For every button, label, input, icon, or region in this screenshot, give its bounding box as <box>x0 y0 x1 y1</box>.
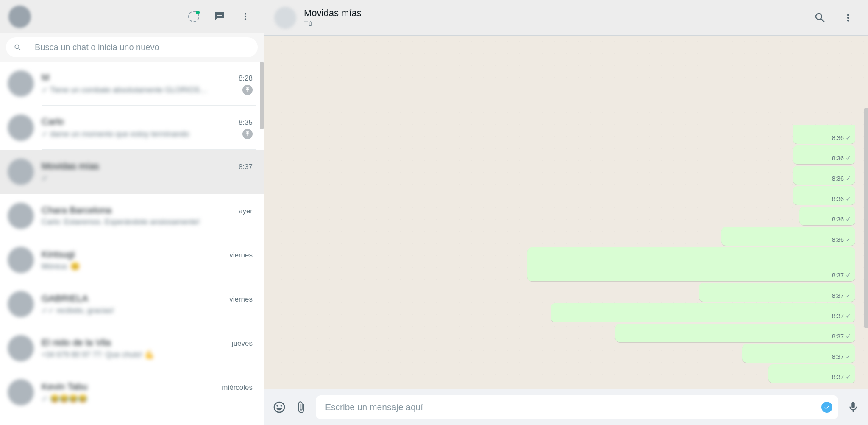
scrollbar[interactable] <box>260 62 264 129</box>
check-icon: ✓ <box>846 236 851 243</box>
message-time: 8:37 <box>832 292 844 299</box>
chat-preview: Mónica: 😊 <box>42 262 80 271</box>
chat-time: ayer <box>239 207 253 215</box>
chat-time: viernes <box>229 295 253 304</box>
message-time: 8:36 <box>832 236 844 243</box>
check-icon: ✓ <box>846 216 851 223</box>
messages-pane[interactable]: 8:36✓8:36✓8:36✓8:36✓8:36✓8:36✓8:37✓8:37✓… <box>264 36 868 389</box>
chat-item[interactable]: M8:28✓ Tiene un combate absolutamente GL… <box>0 62 264 106</box>
chat-time: 8:28 <box>239 74 253 83</box>
pin-icon <box>242 129 253 139</box>
chat-avatar <box>8 115 34 141</box>
message-bubble[interactable]: 8:37✓ <box>615 324 855 342</box>
compose-input-wrap[interactable] <box>316 395 838 419</box>
message-time: 8:37 <box>832 272 844 279</box>
message-bubble[interactable]: 8:36✓ <box>721 227 855 246</box>
message-bubble[interactable]: 8:36✓ <box>793 125 855 144</box>
chat-preview: ✓✓ recibido, gracias! <box>42 306 114 315</box>
chat-time: 8:37 <box>239 163 253 171</box>
emoji-icon[interactable] <box>273 400 286 414</box>
chat-avatar <box>8 159 34 185</box>
chat-item[interactable]: KintsugiviernesMónica: 😊 <box>0 238 264 282</box>
chat-item[interactable]: Carlo8:35✓ dame un momento que estoy ter… <box>0 106 264 150</box>
search-input[interactable] <box>35 42 250 52</box>
message-bubble[interactable]: 8:37✓ <box>768 364 855 383</box>
check-icon: ✓ <box>846 134 851 141</box>
chat-time: miércoles <box>222 383 253 392</box>
chat-time: 8:35 <box>239 118 253 127</box>
chat-avatar <box>8 70 34 97</box>
chat-avatar <box>8 335 34 361</box>
message-time: 8:37 <box>832 374 844 380</box>
pin-icon <box>242 85 253 95</box>
chat-preview: ✓ 😂😂😂😂 <box>42 394 87 403</box>
send-status-icon[interactable] <box>821 402 832 413</box>
check-icon: ✓ <box>846 175 851 182</box>
check-icon: ✓ <box>846 272 851 279</box>
message-bubble[interactable]: 8:36✓ <box>793 166 855 185</box>
message-time: 8:37 <box>832 333 844 340</box>
message-bubble[interactable]: 8:37✓ <box>527 247 855 281</box>
search-box[interactable] <box>6 37 258 57</box>
check-icon: ✓ <box>846 333 851 340</box>
chat-preview: ✓ dame un momento que estoy terminando <box>42 129 189 139</box>
message-time: 8:36 <box>832 175 844 182</box>
menu-icon[interactable] <box>240 11 251 22</box>
chat-preview: +34 679 80 97 77: Que chulo! 💪 <box>42 350 154 359</box>
search-in-chat-icon[interactable] <box>814 11 826 24</box>
chat-list[interactable]: M8:28✓ Tiene un combate absolutamente GL… <box>0 62 264 425</box>
chat-name: Chara Barcelona <box>42 205 111 216</box>
message-bubble[interactable]: 8:36✓ <box>793 145 855 164</box>
check-icon: ✓ <box>846 292 851 299</box>
chat-name: Kevin Tabu <box>42 381 87 392</box>
chat-time: jueves <box>232 339 253 348</box>
chat-item[interactable]: Movidas mías8:37✓ <box>0 150 264 194</box>
chat-name: M <box>42 72 49 83</box>
conversation-subtitle: Tú <box>304 20 362 28</box>
chat-item[interactable]: El nido de la Vilajueves+34 679 80 97 77… <box>0 326 264 370</box>
conversation-menu-icon[interactable] <box>843 11 854 24</box>
status-icon[interactable] <box>188 11 199 22</box>
chat-preview: ✓ <box>42 173 48 183</box>
search-icon <box>14 43 22 52</box>
chat-item[interactable]: GABRIELAviernes✓✓ recibido, gracias! <box>0 282 264 326</box>
conversation-title: Movidas mías <box>304 8 362 19</box>
message-bubble[interactable]: 8:36✓ <box>799 207 855 225</box>
message-time: 8:36 <box>832 216 844 223</box>
chat-avatar[interactable] <box>274 7 296 29</box>
chat-avatar <box>8 379 34 405</box>
chat-preview: ✓ Tiene un combate absolutamente GLORIOS… <box>42 85 207 95</box>
chat-name: Carlo <box>42 116 64 127</box>
chat-name: GABRIELA <box>42 293 88 304</box>
sidebar: M8:28✓ Tiene un combate absolutamente GL… <box>0 0 264 425</box>
message-time: 8:37 <box>832 313 844 319</box>
message-bubble[interactable]: 8:37✓ <box>742 344 855 363</box>
chat-time: viernes <box>229 251 253 260</box>
chat-name: El nido de la Vila <box>42 337 111 348</box>
attach-icon[interactable] <box>295 401 307 414</box>
message-time: 8:36 <box>832 155 844 162</box>
check-icon: ✓ <box>846 196 851 202</box>
chat-item[interactable]: Kevin Tabumiércoles✓ 😂😂😂😂 <box>0 370 264 414</box>
chat-avatar <box>8 291 34 317</box>
message-time: 8:36 <box>832 134 844 141</box>
chat-avatar <box>8 247 34 273</box>
chat-item[interactable]: Chara BarcelonaayerCarlo: Estaremos. Esp… <box>0 194 264 238</box>
message-input[interactable] <box>325 402 829 412</box>
chat-name: Kintsugi <box>42 249 75 260</box>
message-bubble[interactable]: 8:36✓ <box>793 186 855 205</box>
conversation: Movidas mías Tú 8:36✓8:36✓8:36✓8:36✓8:36… <box>264 0 868 425</box>
chat-name: Movidas mías <box>42 161 99 172</box>
my-avatar[interactable] <box>8 6 31 28</box>
check-icon: ✓ <box>846 313 851 319</box>
messages-scrollbar[interactable] <box>864 108 868 328</box>
search-row <box>0 33 264 62</box>
message-time: 8:36 <box>832 196 844 202</box>
message-bubble[interactable]: 8:37✓ <box>551 303 855 322</box>
composer <box>264 389 868 425</box>
check-icon: ✓ <box>846 155 851 162</box>
new-chat-icon[interactable] <box>214 11 225 22</box>
conversation-header[interactable]: Movidas mías Tú <box>264 0 868 36</box>
mic-icon[interactable] <box>847 401 860 414</box>
message-bubble[interactable]: 8:37✓ <box>699 283 855 302</box>
